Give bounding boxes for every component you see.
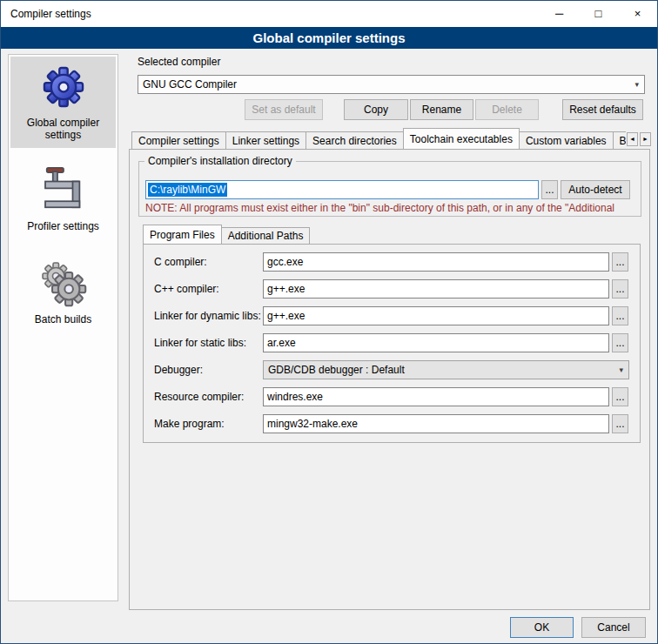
linker-dynamic-browse-button[interactable]: ... — [612, 306, 628, 325]
sidebar-item-label: Batch builds — [35, 313, 91, 325]
cpp-compiler-label: C++ compiler: — [154, 279, 219, 299]
linker-dynamic-input[interactable] — [263, 306, 609, 325]
window-controls: ─ □ × — [540, 1, 657, 27]
debugger-value: GDB/CDB debugger : Default — [268, 364, 405, 376]
window-title: Compiler settings — [10, 1, 91, 27]
tab-custom-variables[interactable]: Custom variables — [519, 131, 614, 150]
resource-compiler-input[interactable] — [263, 387, 609, 406]
make-program-input[interactable] — [263, 414, 609, 433]
tab-compiler-settings[interactable]: Compiler settings — [131, 131, 226, 150]
install-dir-browse-button[interactable]: ... — [541, 180, 558, 199]
tab-scroll-left-button[interactable]: ◄ — [627, 132, 638, 146]
tab-build-options[interactable]: Buil — [613, 131, 626, 150]
sidebar-item-global-compiler-settings[interactable]: Global compiler settings — [10, 57, 116, 148]
settings-tabs: Compiler settings Linker settings Search… — [131, 128, 626, 150]
chevron-down-icon: ▾ — [631, 80, 642, 89]
cpp-compiler-input[interactable] — [263, 279, 609, 299]
linker-static-browse-button[interactable]: ... — [612, 333, 628, 352]
c-compiler-browse-button[interactable]: ... — [612, 252, 628, 272]
selected-compiler-label: Selected compiler — [138, 56, 220, 69]
title-bar: Compiler settings ─ □ × — [1, 1, 657, 27]
settings-category-list: Global compiler settings Profiler settin… — [8, 54, 118, 601]
cancel-button[interactable]: Cancel — [581, 617, 646, 638]
resource-compiler-label: Resource compiler: — [154, 387, 244, 406]
make-program-label: Make program: — [154, 414, 225, 433]
tab-additional-paths[interactable]: Additional Paths — [221, 227, 311, 245]
install-dir-group-label: Compiler's installation directory — [144, 155, 296, 167]
minimize-button[interactable]: ─ — [540, 1, 579, 27]
program-tabs: Program Files Additional Paths — [143, 225, 309, 245]
delete-button: Delete — [475, 99, 539, 120]
linker-static-label: Linker for static libs: — [154, 333, 246, 352]
set-as-default-button: Set as default — [245, 99, 323, 120]
rename-button[interactable]: Rename — [410, 99, 473, 120]
tab-program-files[interactable]: Program Files — [143, 225, 222, 245]
compiler-settings-dialog: Compiler settings ─ □ × Global compiler … — [0, 0, 658, 644]
page-title: Global compiler settings — [1, 27, 657, 49]
reset-defaults-button[interactable]: Reset defaults — [562, 99, 643, 120]
copy-button[interactable]: Copy — [344, 99, 408, 120]
gears-gray-icon — [37, 259, 90, 308]
c-compiler-input[interactable] — [263, 252, 609, 272]
linker-static-input[interactable] — [263, 333, 609, 352]
maximize-button[interactable]: □ — [579, 1, 618, 27]
tab-search-directories[interactable]: Search directories — [306, 131, 404, 150]
tab-toolchain-executables[interactable]: Toolchain executables — [403, 128, 520, 150]
tab-linker-settings[interactable]: Linker settings — [225, 131, 306, 150]
cpp-compiler-browse-button[interactable]: ... — [612, 279, 628, 299]
gear-blue-icon — [37, 63, 90, 111]
selected-compiler-value: GNU GCC Compiler — [143, 78, 237, 91]
ok-button[interactable]: OK — [510, 617, 574, 638]
clamp-icon — [38, 166, 89, 215]
linker-dynamic-label: Linker for dynamic libs: — [154, 306, 261, 325]
resource-compiler-browse-button[interactable]: ... — [612, 387, 628, 406]
chevron-down-icon: ▾ — [615, 366, 627, 374]
make-program-browse-button[interactable]: ... — [612, 414, 628, 433]
tab-scroll-right-button[interactable]: ► — [640, 132, 651, 146]
selected-compiler-select[interactable]: GNU GCC Compiler ▾ — [138, 75, 645, 94]
debugger-select[interactable]: GDB/CDB debugger : Default ▾ — [263, 360, 629, 379]
auto-detect-button[interactable]: Auto-detect — [561, 180, 630, 199]
sidebar-item-label: Global compiler settings — [12, 117, 114, 141]
tab-scroll-arrows: ◄ ► — [627, 132, 651, 146]
close-button[interactable]: × — [618, 1, 657, 27]
debugger-label: Debugger: — [154, 360, 203, 379]
sidebar-item-label: Profiler settings — [27, 220, 99, 232]
c-compiler-label: C compiler: — [154, 252, 207, 272]
sidebar-item-batch-builds[interactable]: Batch builds — [10, 253, 116, 332]
sidebar-item-profiler-settings[interactable]: Profiler settings — [10, 160, 116, 239]
install-dir-input[interactable]: C:\raylib\MinGW — [145, 180, 539, 199]
install-dir-value: C:\raylib\MinGW — [148, 183, 227, 197]
install-dir-note: NOTE: All programs must exist either in … — [145, 202, 641, 214]
